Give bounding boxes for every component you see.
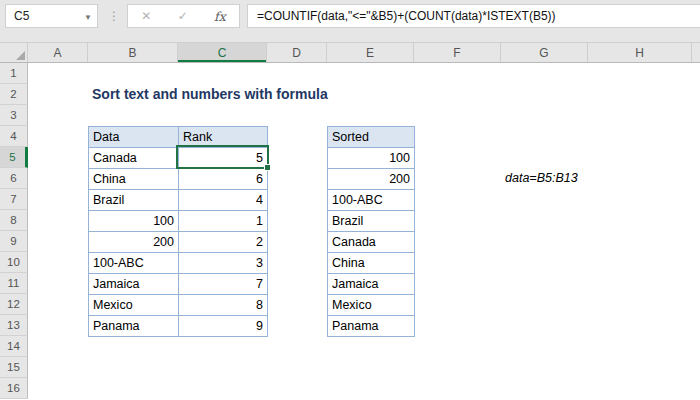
row-header-5[interactable]: 5: [0, 147, 28, 168]
sorted-row-13: Panama: [328, 316, 415, 337]
select-all-button[interactable]: [0, 43, 28, 62]
row-header-1[interactable]: 1: [0, 63, 28, 84]
name-box-dropdown-icon[interactable]: ▼: [84, 13, 92, 22]
name-box-value: C5: [14, 9, 29, 23]
column-header-d[interactable]: D: [267, 43, 327, 62]
sorted-row-8: Brazil: [328, 211, 415, 232]
cell-C9[interactable]: 2: [179, 232, 268, 253]
cell-B8[interactable]: 100: [89, 211, 179, 232]
cell-B13[interactable]: Panama: [89, 316, 179, 337]
sorted-row-6: 200: [328, 169, 415, 190]
data-rank-row-13: Panama9: [89, 316, 268, 337]
data-rank-row-12: Mexico8: [89, 295, 268, 316]
fill-handle[interactable]: [264, 164, 271, 171]
row-header-8[interactable]: 8: [0, 210, 28, 231]
insert-function-icon[interactable]: fx: [214, 9, 226, 24]
cell-B10[interactable]: 100-ABC: [89, 253, 179, 274]
cell-C5[interactable]: 5: [179, 148, 268, 169]
row-header-2[interactable]: 2: [0, 84, 28, 105]
named-range-note-cell[interactable]: data=B5:B13: [505, 168, 578, 189]
column-header-e[interactable]: E: [327, 43, 414, 62]
data-rank-row-9: 2002: [89, 232, 268, 253]
column-header-partial[interactable]: [692, 43, 700, 62]
column-header-b[interactable]: B: [88, 43, 178, 62]
data-rank-row-7: Brazil4: [89, 190, 268, 211]
column-header-g[interactable]: G: [501, 43, 588, 62]
name-box[interactable]: C5 ▼: [5, 4, 98, 28]
cell-C12[interactable]: 8: [179, 295, 268, 316]
column-header-a[interactable]: A: [28, 43, 88, 62]
cell-E7[interactable]: 100-ABC: [328, 190, 415, 211]
cell-B5[interactable]: Canada: [89, 148, 179, 169]
enter-icon[interactable]: ✓: [178, 9, 188, 23]
formula-bar-chrome: C5 ▼ ⋮ ✕ ✓ fx =COUNTIF(data,"<="&B5)+(CO…: [0, 0, 700, 43]
row-header-9[interactable]: 9: [0, 231, 28, 252]
rank-header-cell[interactable]: Rank: [179, 127, 268, 148]
row-header-15[interactable]: 15: [0, 357, 28, 378]
cell-E13[interactable]: Panama: [328, 316, 415, 337]
data-rank-row-10: 100-ABC3: [89, 253, 268, 274]
sorted-row-7: 100-ABC: [328, 190, 415, 211]
cell-E8[interactable]: Brazil: [328, 211, 415, 232]
select-all-icon: [16, 51, 25, 60]
worksheet-title-cell[interactable]: Sort text and numbers with formula: [92, 84, 328, 105]
sorted-row-12: Mexico: [328, 295, 415, 316]
cell-E12[interactable]: Mexico: [328, 295, 415, 316]
data-rank-row-11: Jamaica7: [89, 274, 268, 295]
row-headers: 12345678910111213141516: [0, 63, 28, 399]
cell-C11[interactable]: 7: [179, 274, 268, 295]
row-header-11[interactable]: 11: [0, 273, 28, 294]
cell-E9[interactable]: Canada: [328, 232, 415, 253]
data-rank-row-8: 1001: [89, 211, 268, 232]
row-header-3[interactable]: 3: [0, 105, 28, 126]
cell-B7[interactable]: Brazil: [89, 190, 179, 211]
sorted-header-cell[interactable]: Sorted: [328, 127, 415, 148]
cell-C7[interactable]: 4: [179, 190, 268, 211]
column-header-h[interactable]: H: [588, 43, 692, 62]
row-header-4[interactable]: 4: [0, 126, 28, 147]
formula-input[interactable]: =COUNTIF(data,"<="&B5)+(COUNT(data)*ISTE…: [247, 4, 700, 28]
cell-E11[interactable]: Jamaica: [328, 274, 415, 295]
row-header-10[interactable]: 10: [0, 252, 28, 273]
cell-B9[interactable]: 200: [89, 232, 179, 253]
cell-B6[interactable]: China: [89, 169, 179, 190]
cell-C10[interactable]: 3: [179, 253, 268, 274]
cell-E5[interactable]: 100: [328, 148, 415, 169]
cell-C6[interactable]: 6: [179, 169, 268, 190]
column-header-c[interactable]: C: [178, 43, 267, 62]
excel-window: C5 ▼ ⋮ ✕ ✓ fx =COUNTIF(data,"<="&B5)+(CO…: [0, 0, 700, 400]
column-headers: A B C D E F G H: [0, 43, 700, 63]
row-header-7[interactable]: 7: [0, 189, 28, 210]
data-rank-row-5: Canada5: [89, 148, 268, 169]
cell-E10[interactable]: China: [328, 253, 415, 274]
data-rank-table: DataRankCanada5China6Brazil410012002100-…: [88, 126, 268, 337]
sorted-table: Sorted100200100-ABCBrazilCanadaChinaJama…: [327, 126, 415, 337]
row-header-6[interactable]: 6: [0, 168, 28, 189]
cell-B12[interactable]: Mexico: [89, 295, 179, 316]
data-header-cell[interactable]: Data: [89, 127, 179, 148]
cell-B11[interactable]: Jamaica: [89, 274, 179, 295]
formula-bar-buttons: ✕ ✓ fx: [127, 4, 240, 28]
sorted-row-10: China: [328, 253, 415, 274]
row-header-12[interactable]: 12: [0, 294, 28, 315]
row-header-13[interactable]: 13: [0, 315, 28, 336]
row-header-16[interactable]: 16: [0, 378, 28, 399]
formula-bar-separator-icon: ⋮: [108, 4, 121, 28]
sorted-header-row: Sorted: [328, 127, 415, 148]
formula-text: =COUNTIF(data,"<="&B5)+(COUNT(data)*ISTE…: [257, 9, 556, 23]
sorted-row-5: 100: [328, 148, 415, 169]
cell-E6[interactable]: 200: [328, 169, 415, 190]
cell-C8[interactable]: 1: [179, 211, 268, 232]
cancel-icon[interactable]: ✕: [141, 9, 151, 23]
sorted-row-11: Jamaica: [328, 274, 415, 295]
sorted-row-9: Canada: [328, 232, 415, 253]
column-header-f[interactable]: F: [414, 43, 501, 62]
data-rank-header-row: DataRank: [89, 127, 268, 148]
data-rank-row-6: China6: [89, 169, 268, 190]
row-header-14[interactable]: 14: [0, 336, 28, 357]
cell-C13[interactable]: 9: [179, 316, 268, 337]
